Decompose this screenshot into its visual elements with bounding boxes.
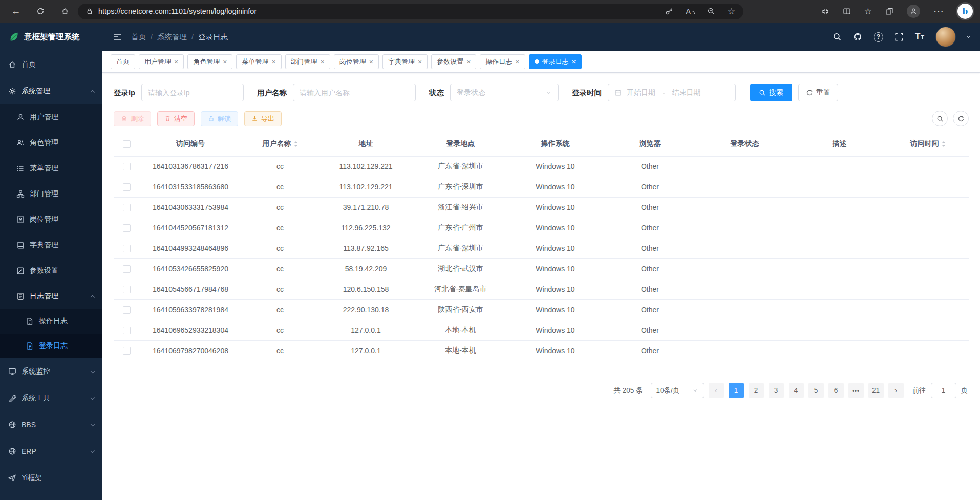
- sort-caret[interactable]: [942, 141, 946, 147]
- tab-post-management[interactable]: 岗位管理×: [334, 54, 379, 69]
- sidebar-item-bbs[interactable]: BBS: [0, 411, 102, 438]
- sidebar-item-dict-management[interactable]: 字典管理: [0, 232, 102, 258]
- sidebar-item-role-management[interactable]: 角色管理: [0, 130, 102, 156]
- login-ip-input[interactable]: [141, 84, 244, 101]
- row-checkbox[interactable]: [123, 224, 131, 232]
- table-row[interactable]: 1641031533185863680 cc 113.102.129.221 广…: [114, 177, 969, 197]
- status-select[interactable]: 登录状态: [450, 84, 559, 101]
- close-icon[interactable]: ×: [418, 58, 422, 66]
- table-row[interactable]: 1641044520567181312 cc 112.96.225.132 广东…: [114, 218, 969, 238]
- page-button-2[interactable]: 2: [749, 383, 764, 398]
- close-icon[interactable]: ×: [369, 58, 373, 66]
- close-icon[interactable]: ×: [515, 58, 519, 66]
- unlock-button[interactable]: 解锁: [201, 111, 238, 126]
- col-visit-time[interactable]: 访问时间: [887, 132, 969, 156]
- table-row[interactable]: 1641054566717984768 cc 120.6.150.158 河北省…: [114, 279, 969, 299]
- row-checkbox[interactable]: [123, 245, 131, 252]
- url-text[interactable]: https://ccnetcore.com:1101/system/log/lo…: [98, 7, 257, 15]
- sidebar-item-menu-management[interactable]: 菜单管理: [0, 156, 102, 181]
- sidebar-item-log-management[interactable]: 日志管理: [0, 284, 102, 309]
- page-button-4[interactable]: 4: [789, 383, 804, 398]
- page-button-6[interactable]: 6: [828, 383, 844, 398]
- row-checkbox[interactable]: [123, 327, 131, 334]
- table-row[interactable]: 1641069798270046208 cc 127.0.0.1 本地-本机 W…: [114, 340, 969, 361]
- page-button-21[interactable]: 21: [868, 383, 884, 398]
- tab-home[interactable]: 首页: [111, 54, 135, 69]
- col-user-name[interactable]: 用户名称: [242, 132, 318, 156]
- tab-user-management[interactable]: 用户管理×: [139, 54, 184, 69]
- browser-refresh-button[interactable]: [32, 3, 49, 19]
- sidebar-item-user-management[interactable]: 用户管理: [0, 104, 102, 130]
- sidebar-item-operation-log[interactable]: 操作日志: [0, 309, 102, 334]
- user-name-input[interactable]: [293, 84, 416, 101]
- header-search-icon[interactable]: [833, 32, 842, 41]
- font-size-icon[interactable]: TT: [915, 32, 924, 42]
- collections-icon[interactable]: [885, 7, 893, 15]
- avatar-caret-icon[interactable]: [967, 34, 970, 37]
- page-button-1[interactable]: 1: [729, 383, 744, 398]
- search-button[interactable]: 搜索: [750, 84, 792, 101]
- table-row[interactable]: 1641053426655825920 cc 58.19.42.209 湖北省-…: [114, 258, 969, 279]
- sidebar-item-home[interactable]: 首页: [0, 51, 102, 78]
- split-screen-icon[interactable]: [843, 7, 851, 15]
- site-info-lock-icon[interactable]: [86, 8, 93, 15]
- export-button[interactable]: 导出: [244, 111, 282, 126]
- breadcrumb-system-management[interactable]: 系统管理: [157, 32, 187, 42]
- sidebar-toggle[interactable]: [113, 32, 122, 41]
- close-icon[interactable]: ×: [321, 58, 325, 66]
- more-pages-button[interactable]: •••: [848, 383, 864, 398]
- page-size-select[interactable]: 10条/页: [651, 383, 704, 398]
- sidebar-item-dept-management[interactable]: 部门管理: [0, 181, 102, 207]
- page-button-3[interactable]: 3: [769, 383, 784, 398]
- reset-button[interactable]: 重置: [798, 84, 838, 101]
- sidebar-item-system-monitor[interactable]: 系统监控: [0, 358, 102, 385]
- tab-dept-management[interactable]: 部门管理×: [285, 54, 330, 69]
- browser-profile-icon[interactable]: [907, 5, 920, 18]
- tab-menu-management[interactable]: 菜单管理×: [236, 54, 281, 69]
- address-bar[interactable]: https://ccnetcore.com:1101/system/log/lo…: [78, 4, 743, 19]
- row-checkbox[interactable]: [123, 306, 131, 314]
- sidebar-item-erp[interactable]: ERP: [0, 438, 102, 465]
- sidebar-item-system-tools[interactable]: 系统工具: [0, 385, 102, 411]
- github-icon[interactable]: [853, 32, 862, 41]
- saved-password-key-icon[interactable]: [665, 7, 673, 15]
- favorites-star-icon[interactable]: ☆: [864, 7, 872, 16]
- clear-button[interactable]: 清空: [157, 111, 195, 126]
- select-all-checkbox[interactable]: [123, 140, 131, 148]
- browser-home-button[interactable]: [56, 3, 74, 19]
- page-button-5[interactable]: 5: [808, 383, 824, 398]
- table-row[interactable]: 1641031367863177216 cc 113.102.129.221 广…: [114, 156, 969, 177]
- delete-button[interactable]: 删除: [114, 111, 151, 126]
- tab-login-log[interactable]: 登录日志×: [529, 54, 582, 69]
- table-row[interactable]: 1641044993248464896 cc 113.87.92.165 广东省…: [114, 238, 969, 258]
- browser-back-button[interactable]: ←: [7, 3, 25, 19]
- date-range-picker[interactable]: 开始日期 - 结束日期: [608, 84, 736, 101]
- close-icon[interactable]: ×: [174, 58, 178, 66]
- fullscreen-icon[interactable]: [894, 32, 904, 41]
- bing-chat-icon[interactable]: b: [957, 4, 973, 19]
- close-icon[interactable]: ×: [466, 58, 471, 66]
- read-aloud-icon[interactable]: A: [686, 7, 694, 15]
- next-page-button[interactable]: ›: [888, 383, 904, 398]
- close-icon[interactable]: ×: [223, 58, 227, 66]
- row-checkbox[interactable]: [123, 286, 131, 293]
- sidebar-item-login-log[interactable]: 登录日志: [0, 334, 102, 358]
- sort-caret[interactable]: [294, 141, 298, 147]
- sidebar-item-post-management[interactable]: 岗位管理: [0, 207, 102, 232]
- sidebar-item-param-settings[interactable]: 参数设置: [0, 258, 102, 284]
- user-avatar[interactable]: [935, 27, 956, 47]
- extensions-puzzle-icon[interactable]: [821, 7, 829, 15]
- tab-operation-log[interactable]: 操作日志×: [480, 54, 525, 69]
- toggle-search-button[interactable]: [932, 111, 948, 126]
- refresh-table-button[interactable]: [953, 111, 969, 126]
- tab-param-settings[interactable]: 参数设置×: [431, 54, 476, 69]
- table-row[interactable]: 1641059633978281984 cc 222.90.130.18 陕西省…: [114, 299, 969, 320]
- prev-page-button[interactable]: ‹: [709, 383, 724, 398]
- help-icon[interactable]: ?: [874, 32, 883, 42]
- table-row[interactable]: 1641069652933218304 cc 127.0.0.1 本地-本机 W…: [114, 320, 969, 340]
- sidebar-item-yi-framework[interactable]: Yi框架: [0, 465, 102, 491]
- row-checkbox[interactable]: [123, 204, 131, 211]
- sidebar-item-system-management[interactable]: 系统管理: [0, 78, 102, 104]
- goto-page-input[interactable]: [931, 383, 956, 398]
- tab-role-management[interactable]: 角色管理×: [187, 54, 232, 69]
